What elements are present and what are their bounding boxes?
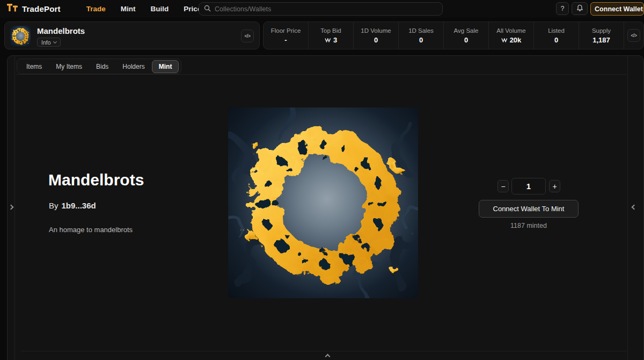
- right-collapse-strip: [627, 56, 639, 360]
- collection-stats-bar: Floor Price - Top Bid 3 1D Volume 0 1D S…: [263, 21, 644, 49]
- nav-build[interactable]: Build: [151, 5, 169, 13]
- stat-avg-sale: Avg Sale 0: [444, 22, 489, 49]
- brand[interactable]: TradePort: [6, 3, 61, 15]
- creator-address[interactable]: 1b9...36d: [62, 201, 96, 210]
- currency-icon: [325, 38, 331, 42]
- search-icon: [204, 4, 211, 14]
- code-icon: </>: [245, 33, 251, 39]
- chevron-left-icon[interactable]: [632, 205, 637, 210]
- quantity-input[interactable]: [511, 178, 546, 195]
- top-nav: TradePort Trade Mint Build Price Locks ?…: [0, 0, 644, 18]
- nav-mint[interactable]: Mint: [121, 5, 136, 13]
- tab-bids[interactable]: Bids: [89, 60, 115, 73]
- collection-code-button[interactable]: </>: [241, 30, 254, 42]
- chevron-right-icon[interactable]: [9, 205, 14, 210]
- connect-wallet-to-mint-button[interactable]: Connect Wallet To Mint: [479, 200, 579, 218]
- quantity-decrease-button[interactable]: −: [497, 180, 509, 192]
- mint-creator-line: By1b9...36d: [49, 201, 96, 210]
- left-collapse-strip: [8, 56, 15, 360]
- tab-my-items[interactable]: My Items: [49, 60, 89, 73]
- collection-avatar[interactable]: [10, 26, 31, 46]
- stat-floor-price: Floor Price -: [264, 22, 309, 49]
- brand-name: TradePort: [22, 4, 61, 13]
- collection-tabs: Items My Items Bids Holders Mint: [17, 59, 181, 74]
- code-icon: </>: [631, 33, 637, 38]
- nav-trade[interactable]: Trade: [86, 5, 106, 13]
- collection-name: Mandelbrots: [37, 26, 85, 35]
- mint-collection-title: Mandelbrots: [48, 171, 144, 189]
- quantity-increase-button[interactable]: +: [549, 180, 560, 192]
- tab-items[interactable]: Items: [19, 60, 49, 73]
- tradeport-logo-icon: [6, 3, 18, 15]
- tab-holders[interactable]: Holders: [115, 60, 151, 73]
- search-input[interactable]: [215, 5, 437, 13]
- stat-listed: Listed 0: [534, 22, 579, 49]
- help-icon: ?: [561, 5, 565, 12]
- bottom-divider: [21, 351, 627, 351]
- stat-all-volume: All Volume 20k: [489, 22, 534, 49]
- nft-artwork: [228, 107, 418, 298]
- stats-code-button[interactable]: </>: [627, 29, 640, 42]
- currency-icon: [501, 38, 508, 42]
- minted-count: 1187 minted: [479, 222, 579, 229]
- mint-description: An homage to mandelbrots: [49, 226, 133, 234]
- chevron-down-icon: [53, 39, 56, 43]
- search-bar[interactable]: [199, 2, 443, 16]
- stat-1d-sales: 1D Sales 0: [399, 22, 444, 49]
- stat-1d-volume: 1D Volume 0: [354, 22, 399, 49]
- stat-top-bid: Top Bid 3: [309, 22, 354, 49]
- info-dropdown[interactable]: Info: [37, 38, 61, 47]
- tab-mint[interactable]: Mint: [152, 60, 179, 73]
- stat-supply: Supply 1,187: [579, 22, 624, 49]
- chevron-up-icon[interactable]: [325, 354, 330, 359]
- collection-header-card: Mandelbrots Info </>: [4, 21, 260, 49]
- notifications-button[interactable]: [572, 2, 588, 15]
- help-button[interactable]: ?: [556, 2, 569, 15]
- bell-icon: [576, 4, 583, 13]
- connect-wallet-button[interactable]: Connect Wallet: [590, 2, 644, 16]
- tabbar-divider: [16, 74, 627, 75]
